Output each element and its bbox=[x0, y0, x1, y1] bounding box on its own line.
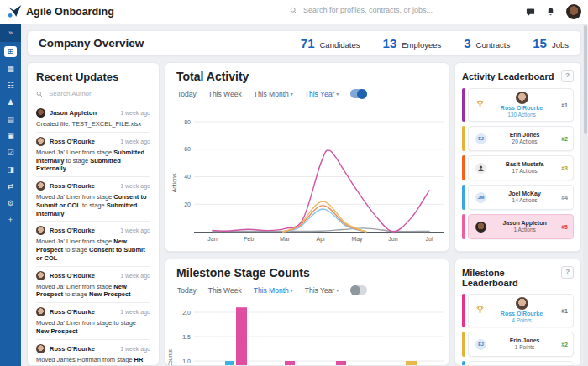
leaderboard-row[interactable]: Ross O'Rourke4 Points#1 bbox=[462, 294, 574, 327]
trophy-icon bbox=[475, 97, 485, 112]
milestone-stage-counts-title: Milestone Stage Counts bbox=[176, 266, 310, 280]
update-time: 1 week ago bbox=[120, 183, 150, 189]
update-text: Created file: TEST_EXCEL_FILE.xlsx bbox=[36, 120, 150, 128]
add-icon: + bbox=[8, 217, 13, 224]
help-icon[interactable]: ? bbox=[561, 70, 574, 82]
overview-stats: 71Candidates13Employees3Contracts15Jobs bbox=[301, 36, 569, 50]
filter-today[interactable]: Today bbox=[177, 286, 197, 295]
help-icon[interactable]: ? bbox=[561, 266, 574, 279]
author-search[interactable] bbox=[36, 83, 150, 102]
sidebar-item-tasks[interactable]: ☑ bbox=[0, 144, 21, 161]
update-item[interactable]: Ross O'Rourke1 week agoMoved Ja' Liner f… bbox=[36, 303, 150, 340]
leaderboard-row[interactable]: JMJoel McKay1 Points#3 bbox=[462, 361, 574, 366]
chart-toggle[interactable] bbox=[350, 89, 367, 98]
global-search-input[interactable] bbox=[302, 5, 498, 15]
total-activity-line-chart: 20406080JanFebMarAprMayJunJulActions bbox=[165, 103, 449, 251]
sidebar-item-collapse[interactable]: » bbox=[0, 24, 21, 42]
chart-toggle[interactable] bbox=[350, 285, 367, 295]
page-scrollbar[interactable] bbox=[583, 24, 588, 366]
leaderboard-row[interactable]: EJErin Jones20 Actions#2 bbox=[462, 126, 574, 151]
stat-value: 71 bbox=[301, 36, 315, 50]
rank-color-bar bbox=[462, 332, 465, 357]
search-icon bbox=[290, 7, 297, 14]
recent-updates-title: Recent Updates bbox=[36, 71, 150, 83]
rank-color-bar bbox=[462, 214, 465, 239]
stat-label: Candidates bbox=[319, 40, 360, 50]
update-item[interactable]: Ross O'Rourke1 week agoMoved Ja' Liner f… bbox=[36, 267, 150, 304]
notifications-bell-icon[interactable] bbox=[546, 7, 555, 17]
author-search-input[interactable] bbox=[47, 89, 143, 98]
sidebar-item-candidates[interactable]: ♟ bbox=[0, 94, 21, 111]
messages-icon[interactable] bbox=[526, 8, 535, 17]
sidebar-item-dashboard[interactable]: ⊞ bbox=[0, 42, 21, 60]
member-score: 130 Actions bbox=[507, 112, 536, 118]
member-name: Ross O'Rourke bbox=[501, 311, 543, 318]
sidebar-item-settings[interactable]: ⚙ bbox=[0, 195, 21, 212]
scrollbar-thumb[interactable] bbox=[584, 25, 587, 134]
filter-this-year[interactable]: This Year▾ bbox=[305, 90, 339, 98]
member-avatar bbox=[516, 92, 528, 104]
leaderboard-row[interactable]: EJErin Jones1 Points#2 bbox=[462, 332, 574, 357]
sidebar-item-team[interactable]: ☷ bbox=[0, 77, 21, 94]
total-activity-title: Total Activity bbox=[176, 70, 249, 83]
author-name: Ross O'Rourke bbox=[50, 272, 95, 280]
leaderboard-row[interactable]: Jason Appleton1 Actions#5 bbox=[462, 214, 574, 239]
sidebar-item-documents[interactable]: ▤ bbox=[0, 111, 21, 128]
rank-color-bar bbox=[462, 185, 465, 210]
update-item[interactable]: Jason Appleton1 week agoCreated file: TE… bbox=[36, 104, 150, 133]
filter-this-year[interactable]: This Year▾ bbox=[305, 286, 339, 295]
author-name: Ross O'Rourke bbox=[50, 227, 95, 234]
sidebar-item-jobs[interactable]: ▣ bbox=[0, 128, 21, 144]
search-icon bbox=[36, 91, 43, 97]
milestone-stage-counts-card: Milestone Stage Counts TodayThis WeekThi… bbox=[165, 259, 449, 366]
update-item[interactable]: Ross O'Rourke1 week agoMoved Ja' Liner f… bbox=[36, 133, 150, 177]
rank-color-bar bbox=[462, 155, 465, 180]
update-item[interactable]: Ross O'Rourke1 week agoMoved James Hoffm… bbox=[36, 340, 150, 366]
svg-text:60: 60 bbox=[184, 146, 191, 152]
stat-candidates[interactable]: 71Candidates bbox=[301, 36, 360, 50]
rank-badge: #1 bbox=[561, 102, 568, 108]
svg-text:1.0: 1.0 bbox=[182, 358, 191, 364]
sidebar-item-reports[interactable]: ◨ bbox=[0, 161, 21, 178]
svg-text:2.0: 2.0 bbox=[182, 310, 191, 316]
sidebar-item-spreadsheet[interactable]: ▦ bbox=[0, 60, 21, 77]
collapse-icon: » bbox=[8, 29, 13, 37]
sidebar-item-integrations[interactable]: ⇄ bbox=[0, 178, 21, 195]
integrations-icon: ⇄ bbox=[8, 183, 14, 191]
leaderboard-row[interactable]: Ross O'Rourke130 Actions#1 bbox=[462, 88, 574, 122]
update-text: Moved Ja' Liner from stage New Prospect … bbox=[36, 283, 150, 300]
author-avatar bbox=[36, 307, 45, 316]
jobs-icon: ▣ bbox=[7, 133, 14, 140]
member-avatar: JM bbox=[475, 192, 486, 203]
stat-value: 15 bbox=[533, 36, 547, 50]
dashboard-icon: ⊞ bbox=[4, 46, 18, 57]
total-activity-filters: TodayThis WeekThis Month▾This Year▾ bbox=[177, 89, 367, 98]
update-item[interactable]: Ross O'Rourke1 week agoMoved Ja' Liner f… bbox=[36, 222, 150, 266]
author-avatar bbox=[36, 181, 45, 191]
milestone-counts-filters: TodayThis WeekThis Month▾This Year▾ bbox=[177, 285, 367, 295]
leaderboard-row[interactable]: Basit Mustafa17 Actions#3 bbox=[462, 155, 574, 180]
svg-text:Jan: Jan bbox=[207, 236, 217, 242]
stat-employees[interactable]: 13Employees bbox=[383, 36, 442, 50]
leaderboard-row[interactable]: JMJoel McKay14 Actions#4 bbox=[462, 185, 574, 210]
filter-this-month[interactable]: This Month▾ bbox=[254, 286, 293, 295]
filter-this-week[interactable]: This Week bbox=[208, 90, 242, 98]
rank-badge: #1 bbox=[561, 308, 568, 314]
filter-this-month[interactable]: This Month▾ bbox=[254, 90, 293, 98]
stat-label: Employees bbox=[402, 40, 441, 50]
filter-this-week[interactable]: This Week bbox=[208, 286, 242, 295]
update-item[interactable]: Ross O'Rourke1 week agoMoved Ja' Liner f… bbox=[36, 177, 150, 222]
member-name: Erin Jones bbox=[510, 337, 540, 345]
stat-jobs[interactable]: 15Jobs bbox=[533, 36, 569, 50]
recent-updates-card: Recent Updates Jason Appleton1 week agoC… bbox=[27, 62, 160, 366]
updates-list: Jason Appleton1 week agoCreated file: TE… bbox=[36, 104, 150, 366]
filter-today[interactable]: Today bbox=[177, 90, 197, 98]
stat-contracts[interactable]: 3Contracts bbox=[464, 36, 510, 50]
rank-badge: #5 bbox=[561, 224, 568, 230]
user-avatar[interactable] bbox=[566, 4, 581, 19]
sidebar-item-add[interactable]: + bbox=[0, 212, 21, 228]
milestone-leaderboard-rows: Ross O'Rourke4 Points#1EJErin Jones1 Poi… bbox=[462, 294, 574, 366]
global-search[interactable] bbox=[290, 5, 498, 15]
update-text: Moved Ja' Liner from stage to stage New … bbox=[36, 319, 150, 336]
activity-leaderboard-title: Activity Leaderboard bbox=[462, 70, 554, 81]
